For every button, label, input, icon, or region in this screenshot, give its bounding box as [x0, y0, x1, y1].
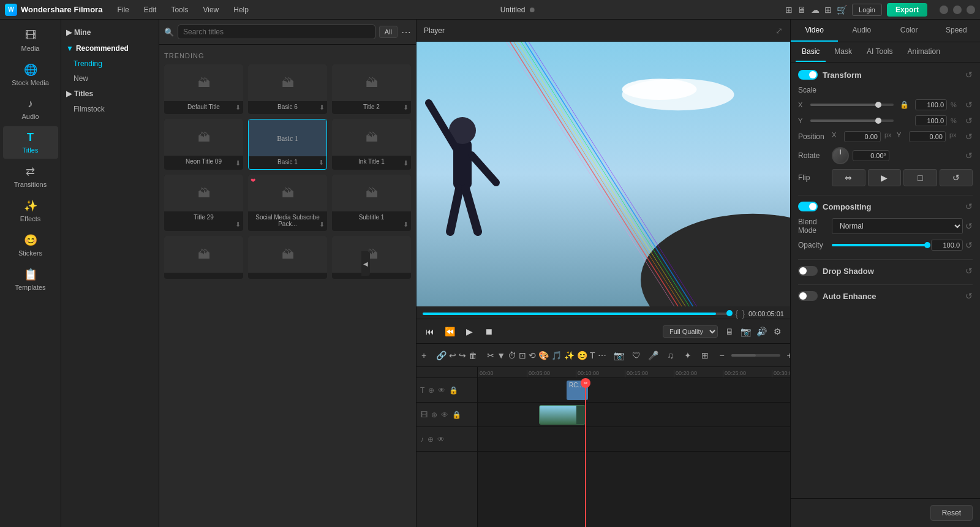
track3-eye-icon[interactable]: 👁 — [437, 435, 445, 444]
tl-link-button[interactable]: 🔗 — [436, 347, 447, 363]
export-button[interactable]: Export — [887, 3, 927, 17]
tl-split-button[interactable]: ⊞ — [697, 347, 713, 363]
rotate-reset-icon[interactable]: ↺ — [965, 151, 973, 161]
tl-plus-button[interactable]: + — [782, 347, 790, 363]
screenshot-icon[interactable]: 📷 — [739, 325, 752, 338]
opacity-reset-icon[interactable]: ↺ — [965, 240, 973, 250]
drop-shadow-reset-icon[interactable]: ↺ — [965, 266, 973, 276]
recommended-section-header[interactable]: ▼ Recommended — [61, 40, 159, 56]
tab-speed[interactable]: Speed — [933, 20, 980, 42]
tab-video[interactable]: Video — [791, 20, 838, 42]
bracket-right-icon[interactable]: } — [742, 309, 745, 319]
flip-rect-button[interactable]: □ — [903, 169, 937, 186]
cart-icon[interactable]: 🛒 — [837, 5, 847, 15]
tl-effects-button[interactable]: ✨ — [564, 347, 575, 363]
menu-tools[interactable]: Tools — [168, 4, 190, 15]
scale-x-reset-icon[interactable]: ↺ — [965, 100, 973, 110]
monitor-icon[interactable]: 🖥 — [797, 5, 806, 15]
tl-sticker-button[interactable]: 😊 — [577, 347, 587, 363]
cloud-icon[interactable]: ☁ — [811, 5, 820, 15]
tl-minus-button[interactable]: − — [714, 347, 730, 363]
volume-icon[interactable]: 🔊 — [755, 325, 768, 338]
tl-transform-button[interactable]: ⟲ — [529, 347, 536, 363]
title-card-title29[interactable]: 🏔 ⬇ Title 29 — [164, 175, 243, 231]
bracket-left-icon[interactable]: { — [736, 309, 739, 319]
auto-enhance-reset-icon[interactable]: ↺ — [965, 291, 973, 301]
tl-text-button[interactable]: T — [590, 347, 595, 363]
rewind-button[interactable]: ⏪ — [442, 324, 457, 339]
panel-sub-filmstock[interactable]: Filmstock — [61, 102, 159, 116]
compositing-toggle[interactable] — [798, 202, 818, 211]
prev-frame-button[interactable]: ⏮ — [423, 324, 437, 339]
track2-eye-icon[interactable]: 👁 — [441, 411, 448, 419]
blend-reset-icon[interactable]: ↺ — [965, 221, 973, 231]
grid-icon[interactable]: ⊞ — [785, 5, 793, 15]
title-card-default[interactable]: 🏔 ⬇ Default Title — [164, 64, 243, 114]
track2-copy-icon[interactable]: ⊕ — [431, 411, 437, 419]
tl-more-button[interactable]: ⋯ — [598, 347, 606, 363]
track1-lock-icon[interactable]: 🔒 — [449, 386, 458, 395]
stab-ai-tools[interactable]: AI Tools — [861, 42, 899, 62]
tl-speed-button[interactable]: ⏱ — [508, 347, 516, 363]
sidebar-item-effects[interactable]: ✨ Effects — [3, 194, 58, 227]
panel-sub-trending[interactable]: Trending — [61, 56, 159, 71]
mine-section-header[interactable]: ▶ Mine — [61, 25, 159, 40]
tab-color[interactable]: Color — [886, 20, 933, 42]
more-options-button[interactable]: ⋯ — [401, 26, 411, 38]
auto-enhance-toggle[interactable] — [798, 291, 818, 301]
scale-x-input[interactable] — [915, 99, 947, 110]
position-reset-icon[interactable]: ↺ — [965, 132, 973, 142]
drop-shadow-toggle[interactable] — [798, 266, 818, 276]
sidebar-item-audio[interactable]: ♪ Audio — [3, 93, 58, 125]
tl-shield-button[interactable]: 🛡 — [628, 347, 644, 363]
track3-copy-icon[interactable]: ⊕ — [428, 435, 434, 444]
position-y-input[interactable] — [909, 131, 946, 142]
menu-edit[interactable]: Edit — [141, 4, 159, 15]
rotate-dial[interactable] — [832, 147, 849, 164]
all-filter-button[interactable]: All — [379, 26, 398, 38]
sidebar-item-titles[interactable]: T Titles — [3, 126, 58, 159]
scale-x-slider[interactable] — [810, 104, 894, 106]
title-card-subtitle1[interactable]: 🏔 ⬇ Subtitle 1 — [332, 175, 411, 231]
track2-lock-icon[interactable]: 🔒 — [452, 411, 461, 419]
zoom-slider[interactable] — [731, 354, 780, 357]
settings-icon[interactable]: ⚙ — [771, 325, 784, 338]
play-button[interactable]: ▶ — [462, 324, 477, 339]
tl-marker-button[interactable]: ▼ — [497, 347, 505, 363]
title-card-extra2[interactable]: 🏔 — [248, 236, 327, 279]
playhead[interactable]: ✂ — [585, 378, 586, 527]
stop-button[interactable]: ⏹ — [481, 324, 496, 339]
close-button[interactable] — [967, 6, 975, 14]
scale-y-input[interactable] — [915, 115, 947, 126]
title-card-social[interactable]: 🏔 ❤ ⬇ Social Media Subscribe Pack... — [248, 175, 327, 231]
clip-video-1[interactable] — [539, 405, 586, 425]
transform-reset-icon[interactable]: ↺ — [965, 70, 973, 80]
sidebar-item-templates[interactable]: 📋 Templates — [3, 263, 58, 296]
title-card-basic1[interactable]: ⬇ Basic 1 — [248, 119, 327, 170]
blend-mode-select[interactable]: Normal Dissolve Multiply Screen Overlay — [832, 218, 963, 234]
stab-mask[interactable]: Mask — [828, 42, 858, 62]
title-card-neon09[interactable]: 🏔 ⬇ Neon Title 09 — [164, 119, 243, 170]
search-input[interactable] — [178, 25, 375, 39]
flip-v-button[interactable]: ▶ — [868, 169, 902, 186]
tl-camera-button[interactable]: 📷 — [611, 347, 627, 363]
maximize-button[interactable] — [953, 6, 962, 14]
rotate-input[interactable] — [853, 150, 889, 161]
flip-rotate-button[interactable]: ↺ — [940, 169, 973, 186]
position-x-input[interactable] — [844, 131, 881, 142]
title-card-ink1[interactable]: 🏔 ⬇ Ink Title 1 — [332, 119, 411, 170]
opacity-input[interactable] — [931, 240, 963, 251]
sidebar-item-transitions[interactable]: ⇄ Transitions — [3, 160, 58, 193]
monitor-out-icon[interactable]: 🖥 — [723, 325, 736, 338]
title-card-title2[interactable]: 🏔 ⬇ Title 2 — [332, 64, 411, 114]
tl-delete-button[interactable]: 🗑 — [469, 347, 477, 363]
sidebar-item-stickers[interactable]: 😊 Stickers — [3, 229, 58, 262]
minimize-button[interactable] — [940, 6, 948, 14]
progress-bar[interactable] — [423, 313, 732, 315]
apps-icon[interactable]: ⊞ — [824, 5, 832, 15]
tab-audio[interactable]: Audio — [838, 20, 885, 42]
title-card-basic6[interactable]: 🏔 ⬇ Basic 6 — [248, 64, 327, 114]
tl-grid-button[interactable]: ✦ — [680, 347, 696, 363]
tl-audio-button[interactable]: 🎵 — [551, 347, 562, 363]
scale-y-slider[interactable] — [810, 119, 894, 122]
